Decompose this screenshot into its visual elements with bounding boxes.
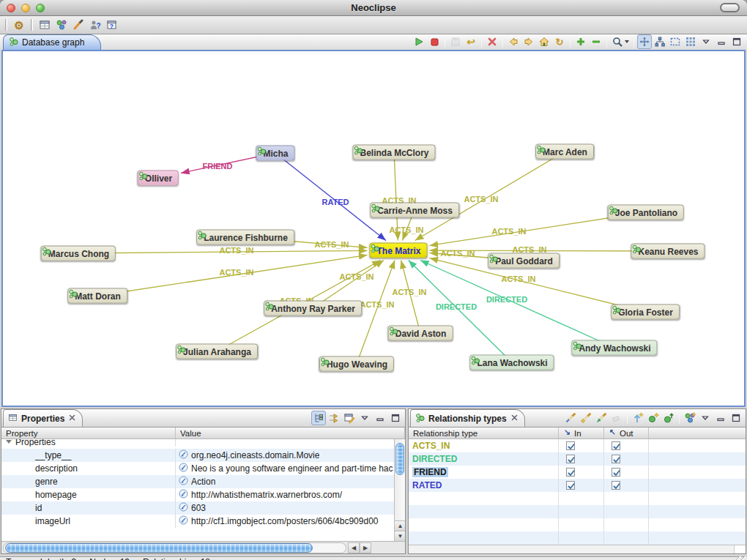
- property-row-description[interactable]: descriptionNeo is a young software engin…: [1, 462, 394, 475]
- save-button[interactable]: [448, 34, 463, 49]
- close-icon[interactable]: [510, 414, 519, 424]
- graph-view-button[interactable]: [54, 18, 69, 32]
- titlebar[interactable]: Neoclipse: [0, 0, 747, 16]
- checkbox-in-RATED[interactable]: [566, 481, 575, 490]
- revert-button[interactable]: ↩: [464, 34, 478, 49]
- graph-node-matrix[interactable]: The Matrix: [369, 243, 427, 258]
- highlight-relationships-button[interactable]: [563, 411, 578, 425]
- preferences-button[interactable]: ⚙: [12, 18, 26, 32]
- minimize-view-button[interactable]: [373, 411, 387, 425]
- scrollbar-thumb[interactable]: [5, 543, 313, 553]
- relationship-row-DIRECTED[interactable]: DIRECTED: [409, 452, 746, 466]
- checkbox-out-FRIEND[interactable]: [612, 468, 620, 477]
- relationship-row-FRIEND[interactable]: FRIEND: [409, 466, 746, 479]
- toolbar-toggle-button[interactable]: [720, 3, 740, 12]
- property-row-homepage[interactable]: homepagehttp://whatisthematrix.warnerbro…: [1, 488, 394, 501]
- property-row-imageUrl[interactable]: imageUrlhttp://cf1.imgobject.com/posters…: [1, 515, 394, 528]
- checkbox-in-ACTS_IN[interactable]: [566, 441, 575, 450]
- dropdown-arrow-icon[interactable]: [625, 40, 629, 43]
- add-incoming-relationship-button[interactable]: [631, 411, 645, 425]
- property-row-genre[interactable]: genreAction: [1, 475, 394, 488]
- tree-layout-button[interactable]: [653, 34, 667, 49]
- graph-node-matt[interactable]: Matt Doran: [67, 288, 127, 304]
- minimize-view-button[interactable]: [714, 34, 729, 49]
- scroll-down-button[interactable]: ▼: [395, 531, 405, 541]
- graph-canvas[interactable]: ACTS_INACTS_INACTS_INACTS_INACTS_INACTS_…: [3, 51, 744, 406]
- toolbar-handle[interactable]: [5, 19, 7, 31]
- graph-node-paul[interactable]: Paul Goddard: [488, 253, 560, 269]
- clear-highlight-button[interactable]: [609, 411, 624, 425]
- graph-node-olliver[interactable]: Olliver: [138, 171, 179, 186]
- graph-node-lana[interactable]: Lana Wachowski: [469, 355, 554, 370]
- refresh-button[interactable]: ↻: [552, 34, 567, 49]
- graph-node-marcus[interactable]: Marcus Chong: [41, 246, 116, 261]
- marquee-select-button[interactable]: [668, 34, 683, 49]
- new-relationship-type-button[interactable]: [683, 411, 697, 425]
- add-start-node-button[interactable]: [646, 411, 661, 425]
- relationship-row-ACTS_IN[interactable]: ACTS_IN: [409, 439, 746, 452]
- checkbox-in-DIRECTED[interactable]: [566, 455, 575, 463]
- expand-triangle-icon[interactable]: [6, 440, 12, 444]
- categories-mode-button[interactable]: [311, 411, 326, 425]
- column-out[interactable]: Out: [604, 428, 649, 438]
- delete-button[interactable]: [485, 34, 499, 49]
- decrease-traversal-depth-button[interactable]: [589, 34, 603, 49]
- graph-node-hugo[interactable]: Hugo Weaving: [319, 356, 394, 372]
- graph-node-andy[interactable]: Andy Wachowski: [571, 340, 657, 356]
- tab-properties[interactable]: Properties: [3, 409, 83, 427]
- graph-node-carrie[interactable]: Carrie-Anne Moss: [370, 203, 459, 218]
- resize-grip[interactable]: [736, 556, 746, 560]
- toolbar-handle[interactable]: [31, 19, 33, 31]
- tab-relationship-types[interactable]: Relationship types: [410, 409, 525, 427]
- cheat-sheets-button[interactable]: ?: [105, 18, 119, 32]
- graph-node-laurence[interactable]: Laurence Fishburne: [196, 230, 294, 245]
- scroll-right-button[interactable]: ▶: [360, 542, 371, 553]
- property-row-__type__[interactable]: __type__org.neo4j.cineasts.domain.Movie: [1, 449, 394, 462]
- view-menu-button[interactable]: [699, 34, 713, 49]
- checkbox-in-FRIEND[interactable]: [566, 468, 575, 477]
- maximize-view-button[interactable]: [729, 34, 744, 49]
- graph-node-julian[interactable]: Julian Arahanga: [176, 344, 258, 359]
- graph-node-david[interactable]: David Aston: [388, 326, 453, 341]
- graph-node-micha[interactable]: Micha: [256, 146, 294, 161]
- maximize-view-button[interactable]: [388, 411, 403, 425]
- checkbox-out-DIRECTED[interactable]: [612, 455, 620, 463]
- move-mode-button[interactable]: [637, 34, 652, 49]
- graph-node-anthony[interactable]: Anthony Ray Parker: [264, 301, 362, 316]
- scroll-up-button[interactable]: ▲: [395, 520, 405, 531]
- graph-node-joe[interactable]: Joe Pantoliano: [608, 205, 684, 220]
- graph-node-gloria[interactable]: Gloria Foster: [611, 305, 680, 320]
- graph-node-marc[interactable]: Marc Aden: [535, 144, 594, 160]
- grid-layout-button[interactable]: [683, 34, 698, 49]
- properties-horizontal-scrollbar[interactable]: ◀ ▶: [1, 541, 405, 553]
- highlight-end-nodes-button[interactable]: [594, 411, 609, 425]
- go-back-button[interactable]: [506, 34, 521, 49]
- checkbox-out-ACTS_IN[interactable]: [612, 441, 620, 450]
- scrollbar-thumb[interactable]: [395, 443, 404, 475]
- graph-node-keanu[interactable]: Keanu Reeves: [631, 244, 705, 259]
- edit-properties-button[interactable]: [342, 411, 357, 425]
- add-end-node-button[interactable]: [661, 411, 676, 425]
- highlight-start-nodes-button[interactable]: [579, 411, 593, 425]
- zoom-button[interactable]: [610, 34, 631, 49]
- checkbox-out-RATED[interactable]: [612, 481, 620, 490]
- properties-view-button[interactable]: [37, 18, 52, 32]
- start-database-button[interactable]: [412, 34, 426, 49]
- decorate-button[interactable]: [71, 18, 86, 32]
- close-icon[interactable]: [68, 414, 76, 424]
- tab-database-graph[interactable]: Database graph: [3, 34, 101, 50]
- scroll-left-button[interactable]: ◀: [348, 542, 360, 553]
- column-in[interactable]: In: [559, 428, 604, 438]
- property-row-id[interactable]: id603: [1, 501, 394, 515]
- column-property[interactable]: Property: [1, 428, 176, 438]
- column-value[interactable]: Value: [176, 428, 405, 438]
- graph-node-belinda[interactable]: Belinda McClory: [352, 145, 435, 160]
- help-button[interactable]: ?: [88, 18, 103, 32]
- property-group-row[interactable]: Properties: [1, 439, 394, 449]
- column-relationship-type[interactable]: Relationship type: [409, 428, 559, 438]
- follow-selection-button[interactable]: [327, 411, 341, 425]
- increase-traversal-depth-button[interactable]: [573, 34, 588, 49]
- minimize-view-button[interactable]: [713, 411, 728, 425]
- relationship-row-RATED[interactable]: RATED: [409, 479, 746, 492]
- stop-database-button[interactable]: [427, 34, 442, 49]
